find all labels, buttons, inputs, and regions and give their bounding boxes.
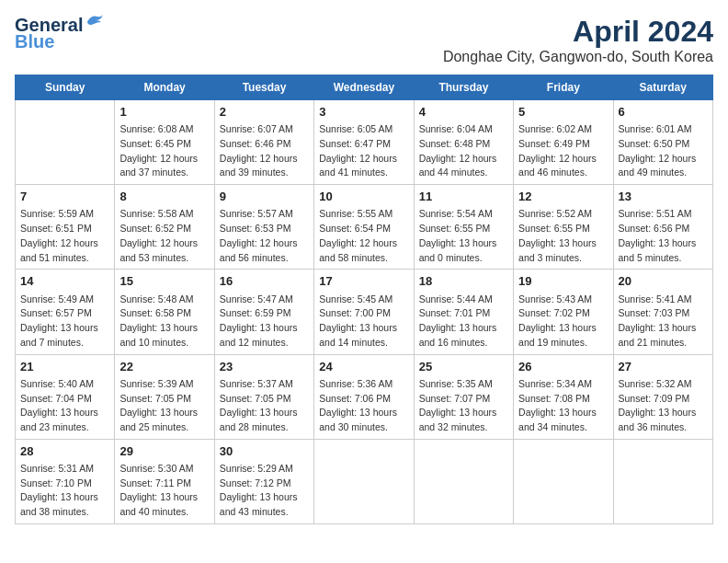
day-number: 29 bbox=[119, 443, 209, 460]
day-info: Sunrise: 5:39 AMSunset: 7:05 PMDaylight:… bbox=[119, 377, 209, 435]
week-row-3: 14Sunrise: 5:49 AMSunset: 6:57 PMDayligh… bbox=[16, 270, 713, 354]
day-info: Sunrise: 5:51 AMSunset: 6:56 PMDaylight:… bbox=[619, 207, 708, 265]
calendar-cell bbox=[514, 439, 613, 523]
day-number: 21 bbox=[20, 359, 109, 375]
week-row-2: 7Sunrise: 5:59 AMSunset: 6:51 PMDaylight… bbox=[16, 185, 713, 270]
calendar-cell: 1Sunrise: 6:08 AMSunset: 6:45 PMDaylight… bbox=[115, 100, 214, 185]
day-number: 20 bbox=[619, 273, 708, 290]
location-title: Donghae City, Gangwon-do, South Korea bbox=[443, 49, 713, 65]
day-header-saturday: Saturday bbox=[613, 75, 712, 100]
day-number: 28 bbox=[20, 443, 109, 460]
day-number: 26 bbox=[518, 359, 608, 375]
calendar-cell bbox=[414, 439, 513, 523]
day-info: Sunrise: 5:43 AMSunset: 7:02 PMDaylight:… bbox=[518, 293, 608, 350]
day-number: 7 bbox=[20, 189, 109, 205]
calendar-cell: 29Sunrise: 5:30 AMSunset: 7:11 PMDayligh… bbox=[115, 439, 214, 523]
day-header-friday: Friday bbox=[514, 75, 613, 100]
calendar-cell: 9Sunrise: 5:57 AMSunset: 6:53 PMDaylight… bbox=[214, 185, 313, 270]
calendar-cell bbox=[16, 100, 115, 185]
day-info: Sunrise: 5:31 AMSunset: 7:10 PMDaylight:… bbox=[20, 462, 109, 520]
day-number: 23 bbox=[220, 359, 309, 375]
calendar-cell: 18Sunrise: 5:44 AMSunset: 7:01 PMDayligh… bbox=[414, 270, 513, 354]
day-info: Sunrise: 5:59 AMSunset: 6:51 PMDaylight:… bbox=[20, 207, 109, 265]
week-row-1: 1Sunrise: 6:08 AMSunset: 6:45 PMDaylight… bbox=[16, 100, 713, 185]
day-header-sunday: Sunday bbox=[16, 75, 115, 100]
calendar-cell: 10Sunrise: 5:55 AMSunset: 6:54 PMDayligh… bbox=[314, 185, 414, 270]
day-info: Sunrise: 5:29 AMSunset: 7:12 PMDaylight:… bbox=[220, 462, 309, 520]
logo: General Blue bbox=[15, 15, 105, 52]
day-number: 16 bbox=[220, 273, 309, 290]
day-number: 12 bbox=[518, 189, 608, 205]
day-info: Sunrise: 5:36 AMSunset: 7:06 PMDaylight:… bbox=[319, 377, 408, 435]
calendar-cell: 30Sunrise: 5:29 AMSunset: 7:12 PMDayligh… bbox=[214, 439, 313, 523]
day-info: Sunrise: 5:40 AMSunset: 7:04 PMDaylight:… bbox=[20, 377, 109, 435]
day-info: Sunrise: 5:45 AMSunset: 7:00 PMDaylight:… bbox=[319, 293, 408, 350]
day-info: Sunrise: 5:34 AMSunset: 7:08 PMDaylight:… bbox=[518, 377, 608, 435]
calendar-header: SundayMondayTuesdayWednesdayThursdayFrid… bbox=[16, 75, 713, 100]
day-info: Sunrise: 5:32 AMSunset: 7:09 PMDaylight:… bbox=[619, 377, 708, 435]
calendar-cell: 22Sunrise: 5:39 AMSunset: 7:05 PMDayligh… bbox=[115, 354, 214, 439]
logo-blue: Blue bbox=[15, 31, 54, 52]
day-info: Sunrise: 6:07 AMSunset: 6:46 PMDaylight:… bbox=[220, 122, 309, 180]
calendar-cell: 23Sunrise: 5:37 AMSunset: 7:05 PMDayligh… bbox=[214, 354, 313, 439]
day-number: 17 bbox=[319, 273, 408, 290]
day-header-wednesday: Wednesday bbox=[314, 75, 414, 100]
calendar-body: 1Sunrise: 6:08 AMSunset: 6:45 PMDaylight… bbox=[16, 100, 713, 524]
calendar-cell: 20Sunrise: 5:41 AMSunset: 7:03 PMDayligh… bbox=[613, 270, 712, 354]
day-number: 1 bbox=[119, 104, 209, 121]
day-header-thursday: Thursday bbox=[414, 75, 513, 100]
day-info: Sunrise: 6:04 AMSunset: 6:48 PMDaylight:… bbox=[419, 122, 508, 180]
day-number: 2 bbox=[220, 104, 309, 121]
day-header-monday: Monday bbox=[115, 75, 214, 100]
calendar-cell: 19Sunrise: 5:43 AMSunset: 7:02 PMDayligh… bbox=[514, 270, 613, 354]
day-number: 19 bbox=[518, 273, 608, 290]
calendar-cell: 11Sunrise: 5:54 AMSunset: 6:55 PMDayligh… bbox=[414, 185, 513, 270]
calendar-cell: 21Sunrise: 5:40 AMSunset: 7:04 PMDayligh… bbox=[16, 354, 115, 439]
month-title: April 2024 bbox=[443, 15, 713, 49]
day-info: Sunrise: 5:48 AMSunset: 6:58 PMDaylight:… bbox=[119, 293, 209, 350]
day-info: Sunrise: 6:02 AMSunset: 6:49 PMDaylight:… bbox=[518, 122, 608, 180]
days-header-row: SundayMondayTuesdayWednesdayThursdayFrid… bbox=[16, 75, 713, 100]
day-info: Sunrise: 5:57 AMSunset: 6:53 PMDaylight:… bbox=[220, 207, 309, 265]
calendar-cell: 12Sunrise: 5:52 AMSunset: 6:55 PMDayligh… bbox=[514, 185, 613, 270]
day-info: Sunrise: 5:37 AMSunset: 7:05 PMDaylight:… bbox=[220, 377, 309, 435]
calendar-cell: 17Sunrise: 5:45 AMSunset: 7:00 PMDayligh… bbox=[314, 270, 414, 354]
calendar-cell: 15Sunrise: 5:48 AMSunset: 6:58 PMDayligh… bbox=[115, 270, 214, 354]
week-row-4: 21Sunrise: 5:40 AMSunset: 7:04 PMDayligh… bbox=[16, 354, 713, 439]
day-info: Sunrise: 5:49 AMSunset: 6:57 PMDaylight:… bbox=[20, 293, 109, 350]
day-number: 30 bbox=[220, 443, 309, 460]
day-info: Sunrise: 5:54 AMSunset: 6:55 PMDaylight:… bbox=[419, 207, 508, 265]
day-number: 3 bbox=[319, 104, 408, 121]
day-number: 10 bbox=[319, 189, 408, 205]
day-number: 14 bbox=[20, 273, 109, 290]
day-number: 24 bbox=[319, 359, 408, 375]
calendar-cell: 6Sunrise: 6:01 AMSunset: 6:50 PMDaylight… bbox=[613, 100, 712, 185]
calendar-cell: 2Sunrise: 6:07 AMSunset: 6:46 PMDaylight… bbox=[214, 100, 313, 185]
day-number: 4 bbox=[419, 104, 508, 121]
day-info: Sunrise: 5:47 AMSunset: 6:59 PMDaylight:… bbox=[220, 293, 309, 350]
day-info: Sunrise: 5:58 AMSunset: 6:52 PMDaylight:… bbox=[119, 207, 209, 265]
day-info: Sunrise: 5:41 AMSunset: 7:03 PMDaylight:… bbox=[619, 293, 708, 350]
day-info: Sunrise: 5:30 AMSunset: 7:11 PMDaylight:… bbox=[119, 462, 209, 520]
calendar-table: SundayMondayTuesdayWednesdayThursdayFrid… bbox=[15, 75, 713, 524]
calendar-cell: 8Sunrise: 5:58 AMSunset: 6:52 PMDaylight… bbox=[115, 185, 214, 270]
day-info: Sunrise: 5:35 AMSunset: 7:07 PMDaylight:… bbox=[419, 377, 508, 435]
logo-bird-icon bbox=[85, 13, 105, 28]
calendar-cell: 14Sunrise: 5:49 AMSunset: 6:57 PMDayligh… bbox=[16, 270, 115, 354]
calendar-cell: 3Sunrise: 6:05 AMSunset: 6:47 PMDaylight… bbox=[314, 100, 414, 185]
day-number: 15 bbox=[119, 273, 209, 290]
calendar-cell: 7Sunrise: 5:59 AMSunset: 6:51 PMDaylight… bbox=[16, 185, 115, 270]
calendar-cell bbox=[314, 439, 414, 523]
calendar-cell: 27Sunrise: 5:32 AMSunset: 7:09 PMDayligh… bbox=[613, 354, 712, 439]
calendar-cell bbox=[613, 439, 712, 523]
day-number: 6 bbox=[619, 104, 708, 121]
day-number: 8 bbox=[119, 189, 209, 205]
day-info: Sunrise: 6:05 AMSunset: 6:47 PMDaylight:… bbox=[319, 122, 408, 180]
day-number: 27 bbox=[619, 359, 708, 375]
title-block: April 2024 Donghae City, Gangwon-do, Sou… bbox=[443, 15, 713, 65]
day-info: Sunrise: 6:08 AMSunset: 6:45 PMDaylight:… bbox=[119, 122, 209, 180]
calendar-cell: 28Sunrise: 5:31 AMSunset: 7:10 PMDayligh… bbox=[16, 439, 115, 523]
day-number: 13 bbox=[619, 189, 708, 205]
calendar-cell: 25Sunrise: 5:35 AMSunset: 7:07 PMDayligh… bbox=[414, 354, 513, 439]
day-number: 25 bbox=[419, 359, 508, 375]
